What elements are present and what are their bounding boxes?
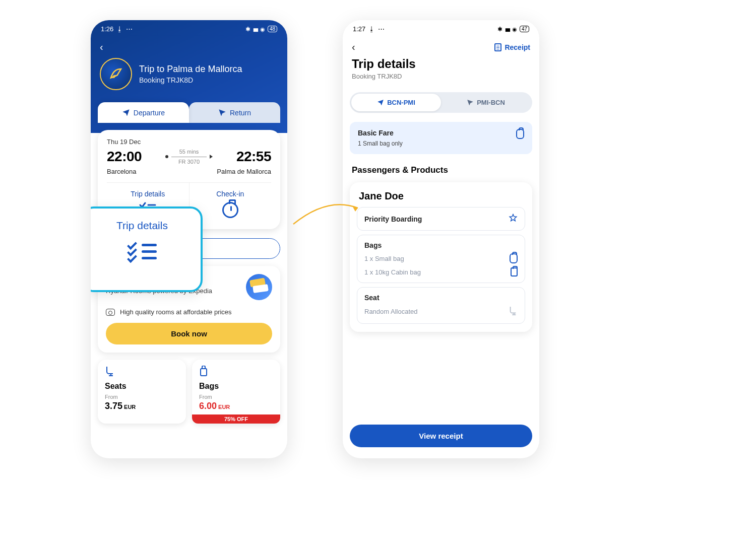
flight-date: Thu 19 Dec [107, 138, 271, 146]
seats-tile[interactable]: Seats From 3.75EUR [98, 360, 186, 424]
signal-icon [505, 25, 510, 33]
flight-duration: 55 mins [142, 149, 236, 155]
fare-title: Basic Fare [358, 129, 403, 137]
bags-discount-badge: 75% OFF [192, 414, 280, 424]
check-in-label: Check-in [190, 190, 272, 198]
passengers-section-title: Passengers & Products [352, 165, 530, 175]
plane-icon [467, 98, 474, 107]
callout-title: Trip details [116, 220, 168, 232]
receipt-label: Receipt [505, 43, 530, 51]
departure-time: 22:00 [107, 149, 142, 165]
trip-title: Trip to Palma de Mallorca [139, 64, 242, 75]
bag-line-1: 1 x Small bag [364, 255, 404, 262]
bag-icon [516, 129, 524, 139]
seat-icon [105, 366, 179, 379]
plane-icon [122, 108, 130, 117]
priority-label: Priority Boarding [364, 215, 422, 223]
flight-number: FR 3070 [142, 159, 236, 165]
bag-line-2: 1 x 10kg Cabin bag [364, 268, 421, 276]
bags-title: Bags [199, 382, 273, 391]
battery-icon: 47 [520, 26, 529, 32]
bags-from: From [199, 394, 273, 400]
arrival-time: 22:55 [236, 149, 271, 165]
route-segmented: BCN-PMI PMI-BCN [350, 92, 532, 113]
bluetooth-icon [245, 25, 250, 33]
trip-details-label: Trip details [107, 190, 189, 198]
seat-icon [509, 306, 518, 317]
seat-label: Seat [364, 294, 380, 302]
bluetooth-icon [497, 25, 502, 33]
tab-departure[interactable]: Departure [98, 102, 189, 123]
rooms-feature: High quality rooms at affordable prices [120, 308, 232, 316]
receipt-link[interactable]: Receipt [494, 43, 530, 51]
seat-item[interactable]: Seat Random Allocated [357, 287, 525, 324]
view-receipt-button[interactable]: View receipt [350, 425, 532, 447]
more-icon [126, 25, 133, 33]
wifi-icon [260, 25, 265, 33]
view-receipt-label: View receipt [419, 432, 463, 440]
back-button[interactable]: ‹ [91, 37, 287, 53]
cabin-bag-icon [511, 267, 518, 276]
seats-price: 3.75EUR [105, 401, 179, 411]
more-icon [378, 25, 385, 33]
bags-label: Bags [364, 241, 382, 249]
trip-details-callout: Trip details [91, 206, 203, 292]
battery-icon: 48 [268, 26, 277, 32]
svg-rect-3 [201, 369, 207, 376]
page-title: Trip details [352, 57, 530, 71]
segment-return-label: PMI-BCN [477, 99, 505, 106]
download-icon: ⭳ [116, 25, 123, 33]
booking-ref: Booking TRJK8D [139, 76, 242, 84]
download-icon: ⭳ [368, 25, 375, 33]
status-time: 1:26 [101, 25, 113, 33]
receipt-icon [494, 43, 501, 51]
seats-title: Seats [105, 382, 179, 391]
status-bar: 1:26 ⭳ 48 [91, 20, 287, 37]
bags-tile[interactable]: Bags From 6.00EUR 75% OFF [192, 360, 280, 424]
plane-icon [377, 98, 384, 107]
passenger-card: Jane Doe Priority Boarding Bags 1 x Smal… [350, 182, 532, 332]
bag-icon [199, 366, 273, 379]
tab-departure-label: Departure [134, 109, 165, 117]
wifi-icon [512, 25, 517, 33]
status-time: 1:27 [353, 25, 365, 33]
segment-outbound-label: BCN-PMI [387, 99, 415, 106]
phone-trip-overview: 1:26 ⭳ 48 ‹ Trip to Palma de Mallorca [91, 20, 287, 458]
segment-return[interactable]: PMI-BCN [441, 94, 531, 111]
status-bar: 1:27 ⭳ 47 [343, 20, 539, 37]
tab-return-label: Return [230, 109, 251, 117]
seat-sub: Random Allocated [364, 308, 418, 315]
from-city: Barcelona [107, 168, 137, 175]
tab-return[interactable]: Return [189, 102, 280, 123]
seats-from: From [105, 394, 179, 400]
checklist-icon [128, 241, 157, 262]
book-now-button[interactable]: Book now [106, 323, 272, 344]
phone-trip-details: 1:27 ⭳ 47 ‹ Receipt Trip details Booking… [343, 20, 539, 458]
passenger-name: Jane Doe [357, 190, 525, 202]
back-button[interactable]: ‹ [352, 41, 355, 53]
price-tag-icon [106, 309, 115, 316]
fare-box: Basic Fare 1 Small bag only [350, 122, 532, 154]
fare-sub: 1 Small bag only [358, 140, 403, 147]
ryanair-logo-icon [100, 58, 132, 90]
bags-item[interactable]: Bags 1 x Small bag 1 x 10kg Cabin bag [357, 235, 525, 283]
priority-boarding-item[interactable]: Priority Boarding [357, 207, 525, 231]
book-now-label: Book now [171, 329, 207, 338]
booking-ref: Booking TRJK8D [352, 73, 530, 80]
star-icon [509, 214, 518, 224]
segment-outbound[interactable]: BCN-PMI [351, 94, 441, 111]
connector-arrow-icon [292, 199, 363, 229]
small-bag-icon [510, 253, 518, 263]
signal-icon [253, 25, 258, 33]
rooms-image [246, 274, 272, 300]
plane-icon [218, 108, 226, 117]
route-line-icon [142, 155, 236, 159]
bags-price: 6.00EUR [199, 401, 273, 411]
to-city: Palma de Mallorca [217, 168, 271, 175]
